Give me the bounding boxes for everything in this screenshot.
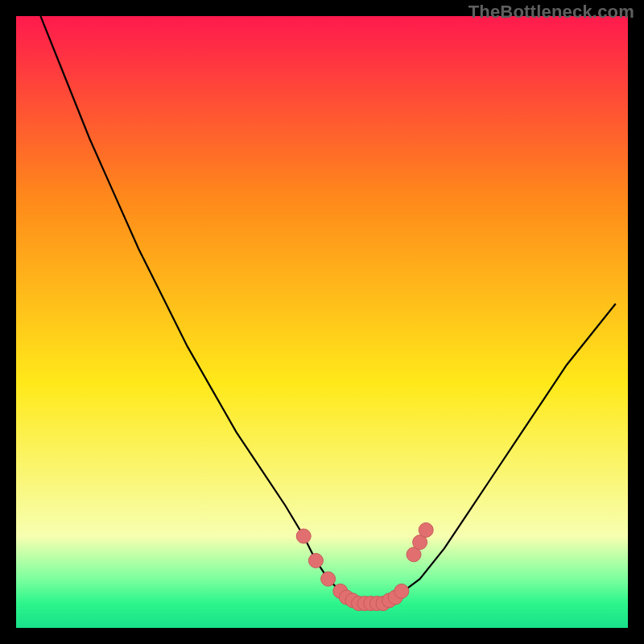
bottleneck-plot	[16, 16, 628, 628]
marker-point	[394, 584, 409, 598]
marker-point	[296, 529, 311, 543]
marker-point	[321, 572, 336, 586]
watermark-text: TheBottleneck.com	[469, 2, 634, 23]
gradient-background	[16, 16, 628, 628]
marker-point	[419, 522, 433, 537]
chart-frame	[16, 16, 628, 628]
marker-point	[308, 553, 323, 568]
